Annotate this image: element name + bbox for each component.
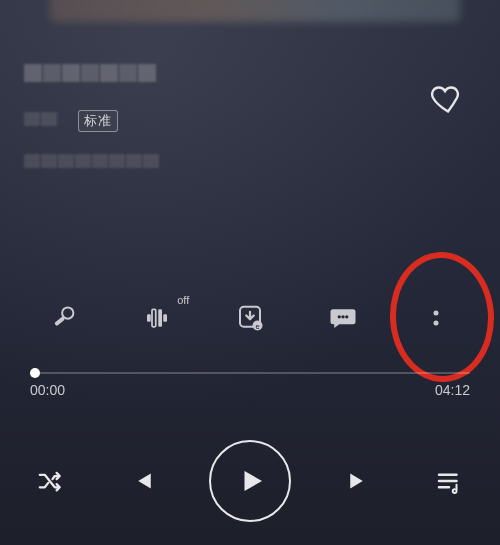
comments-button[interactable] — [321, 296, 365, 340]
download-icon: e — [235, 303, 265, 333]
shuffle-button[interactable] — [28, 458, 74, 504]
album-art-preview — [50, 0, 460, 22]
shuffle-icon — [36, 466, 66, 496]
svg-point-12 — [433, 311, 438, 316]
svg-point-11 — [345, 315, 348, 318]
svg-rect-2 — [147, 314, 151, 322]
skip-previous-icon — [127, 466, 157, 496]
skip-next-icon — [344, 466, 374, 496]
artist-name — [24, 112, 58, 126]
song-title — [24, 64, 157, 82]
lyric-line — [24, 154, 160, 168]
sing-along-button[interactable] — [42, 296, 86, 340]
playlist-button[interactable] — [426, 458, 472, 504]
time-current: 00:00 — [30, 382, 65, 398]
playlist-icon — [434, 466, 464, 496]
microphone-icon — [49, 303, 79, 333]
download-button[interactable]: e — [228, 296, 272, 340]
progress-bar[interactable]: 00:00 04:12 — [30, 372, 470, 398]
progress-track — [30, 372, 470, 374]
svg-point-13 — [433, 321, 438, 326]
time-labels: 00:00 04:12 — [30, 382, 470, 398]
chat-icon — [328, 303, 358, 333]
next-button[interactable] — [336, 458, 382, 504]
progress-thumb[interactable] — [30, 368, 40, 378]
svg-point-9 — [337, 315, 340, 318]
action-row: off e — [0, 296, 500, 340]
more-options-button[interactable] — [414, 296, 458, 340]
svg-point-0 — [63, 307, 74, 318]
previous-button[interactable] — [119, 458, 165, 504]
svg-point-10 — [341, 315, 344, 318]
effect-off-label: off — [177, 294, 189, 306]
equalizer-icon — [142, 303, 172, 333]
favorite-button[interactable] — [430, 80, 466, 116]
svg-text:e: e — [255, 322, 259, 331]
audio-quality-badge[interactable]: 标准 — [78, 110, 118, 132]
heart-icon — [430, 80, 466, 116]
play-icon — [237, 466, 267, 496]
svg-rect-5 — [163, 314, 167, 322]
playback-controls — [0, 440, 500, 522]
sound-effect-button[interactable]: off — [135, 296, 179, 340]
svg-rect-1 — [54, 316, 65, 326]
svg-rect-4 — [158, 309, 162, 327]
time-total: 04:12 — [435, 382, 470, 398]
more-vertical-icon — [421, 303, 451, 333]
music-player-screen: 标准 off e — [0, 0, 500, 545]
play-button[interactable] — [209, 440, 291, 522]
svg-rect-3 — [152, 309, 156, 327]
